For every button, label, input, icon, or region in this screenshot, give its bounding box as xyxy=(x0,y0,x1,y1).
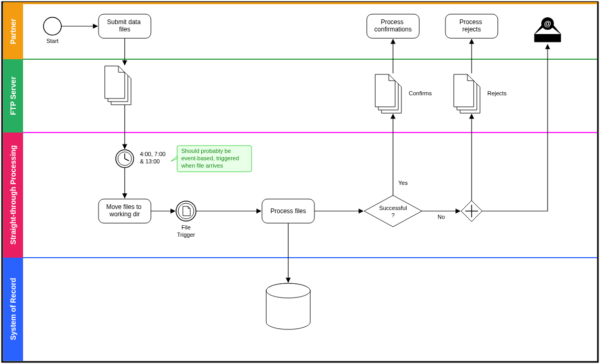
task-process-rejects-text: Process rejects xyxy=(460,18,484,33)
label-no: No xyxy=(438,214,445,220)
file-trigger-event xyxy=(176,201,196,221)
confirms-doc-label: Confirms xyxy=(409,90,432,96)
lane-label-stp: Straight-through Processing xyxy=(9,145,17,245)
task-move-files-text: Move files to working dir xyxy=(106,203,144,218)
svg-point-11 xyxy=(266,283,310,298)
file-trigger-label2: Trigger xyxy=(177,231,195,238)
comment-line2: event-based, triggered xyxy=(181,155,239,161)
file-trigger-label1: File xyxy=(181,224,191,230)
task-process-files-text: Process files xyxy=(270,207,306,215)
start-event xyxy=(43,17,61,35)
timer-event xyxy=(116,150,134,168)
comment-note: Should probably be event-based, triggere… xyxy=(171,146,252,172)
database-icon xyxy=(266,283,310,329)
timer-schedule-line2: & 13:00 xyxy=(140,158,160,164)
decision-text2: ? xyxy=(391,212,395,218)
label-yes: Yes xyxy=(398,180,408,186)
timer-schedule-line1: 4:00, 7:00 xyxy=(140,151,166,157)
comment-line3: when file arrives xyxy=(181,162,223,169)
swimlane-diagram: Partner FTP Server Straight-through Proc… xyxy=(0,0,600,364)
lane-label-sor: System of Record xyxy=(9,278,17,340)
start-label: Start xyxy=(46,38,58,44)
decision-text1: Successful xyxy=(379,205,407,211)
at-icon: @ xyxy=(544,19,551,28)
lane-label-partner: Partner xyxy=(9,18,17,45)
lane-label-ftp: FTP Server xyxy=(9,76,17,115)
comment-line1: Should probably be xyxy=(181,148,231,154)
rejects-doc-label: Rejects xyxy=(487,90,507,96)
